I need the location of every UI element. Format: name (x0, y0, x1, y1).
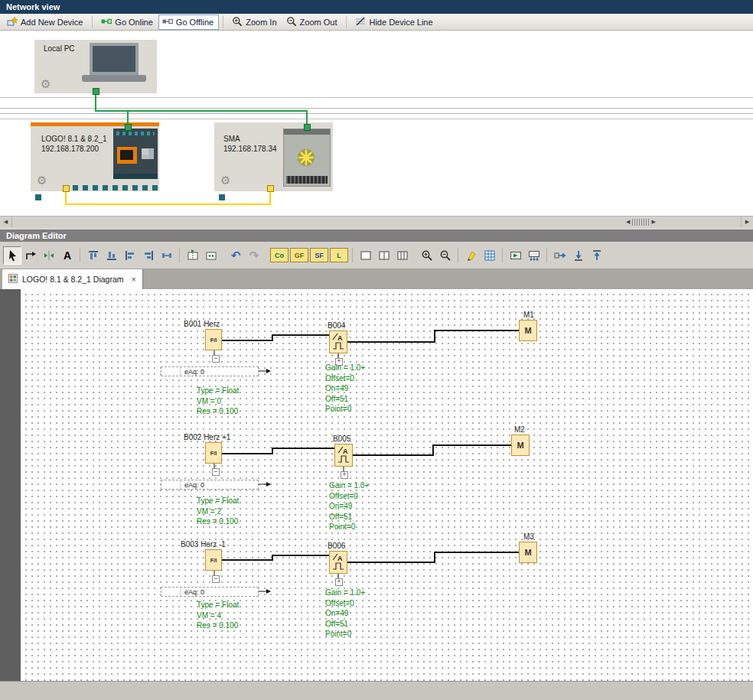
join-connection-button[interactable] (202, 246, 220, 265)
layout-two-pane-button[interactable] (375, 246, 393, 265)
align-right-button[interactable] (139, 246, 158, 265)
logo-terminal (83, 185, 88, 190)
pc-ethernet-port[interactable] (93, 88, 99, 95)
simulation-button[interactable] (507, 246, 525, 265)
network-input-block[interactable]: F/I (205, 329, 222, 350)
toolbar-separator (458, 248, 459, 262)
splitter-grip[interactable] (632, 219, 649, 226)
page-down-button[interactable] (569, 246, 588, 265)
goto-partner-block-button[interactable] (551, 246, 569, 265)
selection-stripe (31, 122, 159, 126)
zoom-out-button[interactable]: Zoom Out (282, 15, 343, 30)
zoom-in-button[interactable] (418, 246, 436, 265)
analog-threshold-block[interactable]: A (329, 551, 347, 574)
tab-logo-diagram[interactable]: LOGO! 8.1 & 8.2_1 Diagram × (2, 269, 143, 289)
layout-three-pane-button[interactable] (393, 246, 412, 265)
sma-data-port[interactable] (267, 185, 274, 192)
reference-field[interactable]: eAq: 0 (161, 587, 259, 597)
highlighter-tool-button[interactable] (462, 246, 481, 265)
hide-device-line-button[interactable]: Hide Device Line (351, 15, 438, 30)
split-connection-button[interactable] (184, 246, 202, 265)
device-local-pc[interactable]: Local PC ⚙ (34, 40, 157, 93)
scroll-right-button[interactable]: ▶ (741, 217, 753, 227)
connector-tool-button[interactable] (21, 246, 40, 265)
reference-field[interactable]: eAq: 0 (161, 480, 259, 490)
go-offline-button[interactable]: Go Offline (158, 15, 219, 30)
collapse-button[interactable]: − (212, 575, 220, 583)
marker-block[interactable]: M (519, 320, 537, 341)
reference-cell (161, 588, 181, 596)
marker-block[interactable]: M (519, 542, 537, 563)
constants-palette-button[interactable]: Co (270, 248, 288, 262)
app-window: Network view Add New Device Go Online Go… (0, 0, 753, 700)
marker-block[interactable]: M (511, 435, 530, 456)
param-line: Res = 0.100 (197, 620, 239, 631)
pane-splitter[interactable]: ◀ ▶ (626, 218, 656, 226)
diagram-grid[interactable] (21, 289, 753, 681)
select-tool-button[interactable] (3, 246, 21, 265)
align-top-button[interactable] (84, 246, 103, 265)
collapse-button[interactable]: − (212, 468, 220, 476)
expand-button[interactable]: + (335, 578, 343, 586)
device-logo[interactable]: LOGO! 8.1 & 8.2_1 192.168.178.200 ⚙ (31, 122, 159, 191)
go-online-icon (101, 16, 112, 28)
tab-label: LOGO! 8.1 & 8.2_1 Diagram (22, 275, 123, 284)
zoom-in-button[interactable]: Zoom In (228, 15, 282, 30)
input-parameters: Type = Float VM = 4 Res = 0.100 (197, 600, 239, 631)
horizontal-scrollbar[interactable]: ◀ ◀ ▶ ▶ (0, 216, 753, 227)
analog-threshold-symbol: A (335, 444, 352, 466)
undo-button[interactable]: ↶ (227, 246, 245, 265)
param-line: Gain = 1.0+ (325, 588, 365, 598)
logo-terminal (122, 185, 128, 190)
basic-functions-palette-button[interactable]: GF (290, 248, 308, 262)
device-line (0, 108, 753, 109)
layout-single-pane-button[interactable] (357, 246, 375, 265)
grid-toggle-button[interactable] (481, 246, 499, 265)
logo-module-keys (142, 148, 154, 159)
add-new-device-button[interactable]: Add New Device (3, 15, 88, 30)
zoom-out-button[interactable] (436, 246, 455, 265)
network-input-block[interactable]: F/I (205, 549, 222, 571)
analog-threshold-block[interactable]: A (329, 330, 347, 353)
zoom-out-icon (286, 16, 297, 28)
diagram-canvas[interactable]: B001 Herz F/I − eAq: 0 Type = Float VM =… (0, 289, 753, 681)
logo-data-port[interactable] (63, 185, 70, 192)
device-sma[interactable]: SMA 192.168.178.34 ⚙ (214, 122, 333, 191)
network-view-toolbar: Add New Device Go Online Go Offline Zoom… (0, 14, 753, 31)
cut-join-tool-button[interactable] (40, 246, 58, 265)
block-type: F/I (210, 337, 217, 343)
logo-terminal (103, 185, 108, 190)
network-input-block[interactable]: F/I (205, 442, 222, 464)
align-left-button[interactable] (121, 246, 139, 265)
splitter-left-button[interactable]: ◀ (626, 219, 630, 225)
logo-port-indicator (35, 194, 41, 200)
redo-button[interactable]: ↷ (245, 246, 263, 265)
distribute-space-button[interactable] (158, 246, 176, 265)
param-line: Gain = 1.0+ (325, 363, 365, 373)
sma-ethernet-port[interactable] (304, 124, 311, 131)
analog-threshold-block[interactable]: A (334, 444, 353, 467)
laptop-icon (90, 43, 146, 82)
align-bottom-button[interactable] (103, 246, 121, 265)
close-icon[interactable]: × (131, 275, 135, 284)
block-type: M (517, 441, 523, 450)
page-up-button[interactable] (588, 246, 606, 265)
reference-field[interactable]: eAq: 0 (161, 366, 259, 376)
param-line: Offset=0 (329, 491, 369, 502)
network-canvas[interactable]: Local PC ⚙ LOGO! 8.1 & 8.2_1 192.168.178… (0, 31, 753, 216)
labels-palette-button[interactable]: L (330, 248, 348, 262)
function-parameters: Gain = 1.0+ Offset=0 On=49 Off=51 Point=… (325, 363, 365, 415)
splitter-right-button[interactable]: ▶ (651, 219, 655, 225)
special-functions-palette-button[interactable]: SF (310, 248, 328, 262)
collapse-button[interactable]: − (212, 355, 220, 363)
expand-button[interactable]: + (341, 471, 348, 479)
add-new-device-icon (7, 16, 18, 28)
go-online-button[interactable]: Go Online (97, 15, 158, 30)
scroll-left-button[interactable]: ◀ (0, 217, 12, 227)
text-tool-button[interactable]: A (58, 246, 77, 265)
button-label: Zoom Out (300, 18, 337, 27)
input-parameters: Type = Float VM = 0 Res = 0.100 (197, 386, 239, 417)
network-simulation-button[interactable] (525, 246, 543, 265)
reference-value: eAq: 0 (181, 588, 204, 596)
logo-ethernet-port[interactable] (125, 124, 132, 131)
